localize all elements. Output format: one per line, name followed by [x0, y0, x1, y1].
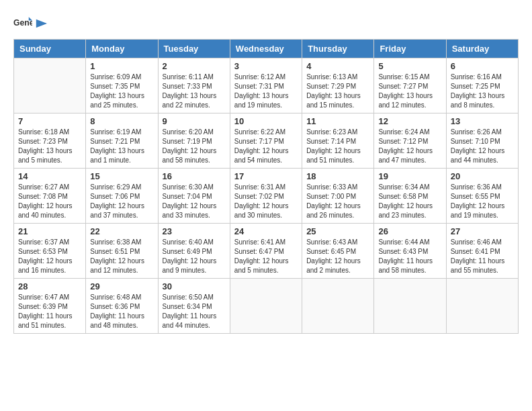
- calendar-day-cell: 8Sunrise: 6:19 AMSunset: 7:21 PMDaylight…: [86, 113, 158, 169]
- col-monday: Monday: [86, 40, 158, 58]
- day-number: 22: [90, 226, 153, 236]
- calendar-day-cell: [446, 279, 518, 334]
- day-info: Sunrise: 6:15 AMSunset: 7:27 PMDaylight:…: [378, 73, 441, 110]
- col-wednesday: Wednesday: [230, 40, 302, 58]
- calendar-day-cell: 24Sunrise: 6:41 AMSunset: 6:47 PMDayligh…: [230, 224, 302, 279]
- day-info: Sunrise: 6:48 AMSunset: 6:36 PMDaylight:…: [90, 293, 153, 330]
- day-number: 18: [306, 171, 369, 181]
- day-number: 4: [306, 61, 369, 71]
- calendar-day-cell: 16Sunrise: 6:30 AMSunset: 7:04 PMDayligh…: [158, 169, 230, 224]
- day-info: Sunrise: 6:41 AMSunset: 6:47 PMDaylight:…: [234, 238, 298, 275]
- calendar-day-cell: 15Sunrise: 6:29 AMSunset: 7:06 PMDayligh…: [86, 169, 158, 224]
- calendar-day-cell: 3Sunrise: 6:12 AMSunset: 7:31 PMDaylight…: [230, 58, 302, 113]
- day-number: 21: [18, 226, 81, 236]
- calendar-day-cell: 4Sunrise: 6:13 AMSunset: 7:29 PMDaylight…: [302, 58, 374, 113]
- calendar-day-cell: 28Sunrise: 6:47 AMSunset: 6:39 PMDayligh…: [14, 279, 86, 334]
- calendar-day-cell: 30Sunrise: 6:50 AMSunset: 6:34 PMDayligh…: [158, 279, 230, 334]
- day-info: Sunrise: 6:22 AMSunset: 7:17 PMDaylight:…: [234, 128, 298, 165]
- calendar-day-cell: 17Sunrise: 6:31 AMSunset: 7:02 PMDayligh…: [230, 169, 302, 224]
- calendar-day-cell: [230, 279, 302, 334]
- day-info: Sunrise: 6:47 AMSunset: 6:39 PMDaylight:…: [18, 293, 81, 330]
- calendar-table: Sunday Monday Tuesday Wednesday Thursday…: [13, 39, 519, 334]
- day-info: Sunrise: 6:20 AMSunset: 7:19 PMDaylight:…: [163, 128, 226, 165]
- page-header: General: [13, 13, 519, 32]
- calendar-week-row: 14Sunrise: 6:27 AMSunset: 7:08 PMDayligh…: [14, 169, 519, 224]
- day-info: Sunrise: 6:19 AMSunset: 7:21 PMDaylight:…: [90, 128, 153, 165]
- col-thursday: Thursday: [302, 40, 374, 58]
- calendar-day-cell: 6Sunrise: 6:16 AMSunset: 7:25 PMDaylight…: [446, 58, 518, 113]
- calendar-day-cell: 26Sunrise: 6:44 AMSunset: 6:43 PMDayligh…: [374, 224, 446, 279]
- col-tuesday: Tuesday: [158, 40, 230, 58]
- day-number: 11: [306, 116, 369, 126]
- day-number: 12: [378, 116, 441, 126]
- calendar-day-cell: 19Sunrise: 6:34 AMSunset: 6:58 PMDayligh…: [374, 169, 446, 224]
- calendar-day-cell: 20Sunrise: 6:36 AMSunset: 6:55 PMDayligh…: [446, 169, 518, 224]
- day-info: Sunrise: 6:36 AMSunset: 6:55 PMDaylight:…: [451, 183, 514, 220]
- calendar-day-cell: 9Sunrise: 6:20 AMSunset: 7:19 PMDaylight…: [158, 113, 230, 169]
- day-number: 23: [163, 226, 226, 236]
- day-number: 1: [90, 61, 153, 71]
- calendar-day-cell: 25Sunrise: 6:43 AMSunset: 6:45 PMDayligh…: [302, 224, 374, 279]
- calendar-week-row: 7Sunrise: 6:18 AMSunset: 7:23 PMDaylight…: [14, 113, 519, 169]
- calendar-day-cell: 14Sunrise: 6:27 AMSunset: 7:08 PMDayligh…: [14, 169, 86, 224]
- day-info: Sunrise: 6:37 AMSunset: 6:53 PMDaylight:…: [18, 238, 81, 275]
- day-info: Sunrise: 6:12 AMSunset: 7:31 PMDaylight:…: [234, 73, 298, 110]
- day-number: 6: [451, 61, 514, 71]
- logo-arrow-icon: [35, 17, 47, 30]
- day-info: Sunrise: 6:33 AMSunset: 7:00 PMDaylight:…: [306, 183, 369, 220]
- calendar-day-cell: 1Sunrise: 6:09 AMSunset: 7:35 PMDaylight…: [86, 58, 158, 113]
- day-number: 13: [451, 116, 514, 126]
- day-number: 25: [306, 226, 369, 236]
- day-info: Sunrise: 6:44 AMSunset: 6:43 PMDaylight:…: [378, 238, 441, 275]
- calendar-day-cell: 27Sunrise: 6:46 AMSunset: 6:41 PMDayligh…: [446, 224, 518, 279]
- calendar-day-cell: 18Sunrise: 6:33 AMSunset: 7:00 PMDayligh…: [302, 169, 374, 224]
- day-number: 14: [18, 171, 81, 181]
- col-saturday: Saturday: [446, 40, 518, 58]
- day-number: 3: [234, 61, 298, 71]
- day-info: Sunrise: 6:31 AMSunset: 7:02 PMDaylight:…: [234, 183, 298, 220]
- day-number: 16: [163, 171, 226, 181]
- day-info: Sunrise: 6:09 AMSunset: 7:35 PMDaylight:…: [90, 73, 153, 110]
- calendar-day-cell: 29Sunrise: 6:48 AMSunset: 6:36 PMDayligh…: [86, 279, 158, 334]
- day-info: Sunrise: 6:34 AMSunset: 6:58 PMDaylight:…: [378, 183, 441, 220]
- col-sunday: Sunday: [14, 40, 86, 58]
- calendar-day-cell: 22Sunrise: 6:38 AMSunset: 6:51 PMDayligh…: [86, 224, 158, 279]
- calendar-day-cell: 10Sunrise: 6:22 AMSunset: 7:17 PMDayligh…: [230, 113, 302, 169]
- calendar-day-cell: 5Sunrise: 6:15 AMSunset: 7:27 PMDaylight…: [374, 58, 446, 113]
- day-info: Sunrise: 6:23 AMSunset: 7:14 PMDaylight:…: [306, 128, 369, 165]
- day-number: 7: [18, 116, 81, 126]
- calendar-week-row: 21Sunrise: 6:37 AMSunset: 6:53 PMDayligh…: [14, 224, 519, 279]
- logo: General: [13, 13, 47, 32]
- calendar-header-row: Sunday Monday Tuesday Wednesday Thursday…: [14, 40, 519, 58]
- day-number: 27: [451, 226, 514, 236]
- day-info: Sunrise: 6:43 AMSunset: 6:45 PMDaylight:…: [306, 238, 369, 275]
- day-number: 15: [90, 171, 153, 181]
- day-info: Sunrise: 6:46 AMSunset: 6:41 PMDaylight:…: [451, 238, 514, 275]
- calendar-day-cell: 11Sunrise: 6:23 AMSunset: 7:14 PMDayligh…: [302, 113, 374, 169]
- calendar-day-cell: [374, 279, 446, 334]
- day-info: Sunrise: 6:50 AMSunset: 6:34 PMDaylight:…: [163, 293, 226, 330]
- day-info: Sunrise: 6:29 AMSunset: 7:06 PMDaylight:…: [90, 183, 153, 220]
- calendar-day-cell: 7Sunrise: 6:18 AMSunset: 7:23 PMDaylight…: [14, 113, 86, 169]
- day-info: Sunrise: 6:38 AMSunset: 6:51 PMDaylight:…: [90, 238, 153, 275]
- day-number: 9: [163, 116, 226, 126]
- calendar-day-cell: [14, 58, 86, 113]
- day-number: 19: [378, 171, 441, 181]
- day-number: 28: [18, 281, 81, 291]
- day-info: Sunrise: 6:30 AMSunset: 7:04 PMDaylight:…: [163, 183, 226, 220]
- calendar-day-cell: 13Sunrise: 6:26 AMSunset: 7:10 PMDayligh…: [446, 113, 518, 169]
- day-info: Sunrise: 6:13 AMSunset: 7:29 PMDaylight:…: [306, 73, 369, 110]
- day-info: Sunrise: 6:27 AMSunset: 7:08 PMDaylight:…: [18, 183, 81, 220]
- day-info: Sunrise: 6:16 AMSunset: 7:25 PMDaylight:…: [451, 73, 514, 110]
- calendar-day-cell: 23Sunrise: 6:40 AMSunset: 6:49 PMDayligh…: [158, 224, 230, 279]
- day-info: Sunrise: 6:11 AMSunset: 7:33 PMDaylight:…: [163, 73, 226, 110]
- svg-marker-2: [36, 19, 47, 28]
- calendar-day-cell: 21Sunrise: 6:37 AMSunset: 6:53 PMDayligh…: [14, 224, 86, 279]
- day-info: Sunrise: 6:26 AMSunset: 7:10 PMDaylight:…: [451, 128, 514, 165]
- day-number: 8: [90, 116, 153, 126]
- calendar-day-cell: [302, 279, 374, 334]
- logo-icon: General: [13, 13, 32, 32]
- day-number: 26: [378, 226, 441, 236]
- day-number: 2: [163, 61, 226, 71]
- calendar-week-row: 28Sunrise: 6:47 AMSunset: 6:39 PMDayligh…: [14, 279, 519, 334]
